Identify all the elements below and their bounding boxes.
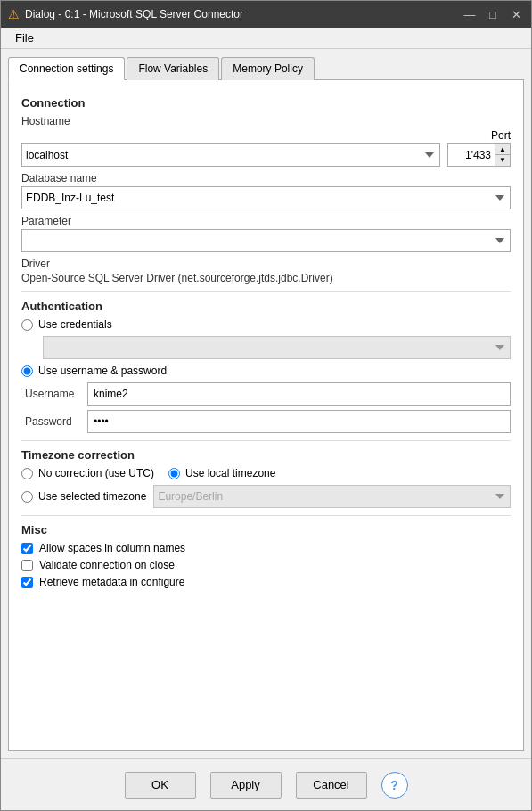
database-select-wrap: EDDB_Inz-Lu_test — [21, 186, 511, 209]
title-text: Dialog - 0:1 - Microsoft SQL Server Conn… — [25, 8, 462, 20]
use-username-password-row: Use username & password — [21, 365, 511, 377]
warning-icon: ⚠ — [8, 7, 20, 21]
use-username-password-label: Use username & password — [38, 365, 167, 377]
password-input[interactable] — [87, 410, 511, 433]
tab-content: Connection Hostname localhost Port — [8, 80, 524, 751]
database-label: Database name — [21, 172, 511, 184]
port-input[interactable] — [448, 144, 495, 166]
connection-section: Connection Hostname localhost Port — [21, 96, 511, 284]
use-local-radio[interactable] — [168, 468, 180, 479]
port-down-button[interactable]: ▼ — [495, 155, 510, 166]
use-selected-timezone-row: Use selected timezone Europe/Berlin — [21, 485, 511, 508]
validate-checkbox[interactable] — [21, 560, 33, 571]
port-input-group: ▲ ▼ — [447, 143, 511, 167]
hostname-select[interactable]: localhost — [21, 143, 440, 167]
authentication-label: Authentication — [21, 299, 511, 313]
tab-flow-variables[interactable]: Flow Variables — [127, 57, 219, 80]
use-credentials-label: Use credentials — [38, 318, 112, 331]
username-input[interactable] — [87, 382, 511, 406]
menu-bar: File — [1, 28, 531, 49]
database-select[interactable]: EDDB_Inz-Lu_test — [21, 186, 511, 209]
port-wrap: Port ▲ ▼ — [447, 129, 511, 167]
help-button[interactable]: ? — [381, 772, 408, 799]
tab-connection-settings[interactable]: Connection settings — [8, 57, 125, 80]
retrieve-metadata-checkbox[interactable] — [21, 577, 33, 588]
validate-row: Validate connection on close — [21, 559, 511, 571]
misc-label: Misc — [21, 523, 511, 537]
timezone-section: Timezone correction No correction (use U… — [21, 448, 511, 508]
port-spinners: ▲ ▼ — [495, 144, 510, 166]
no-correction-label: No correction (use UTC) — [38, 467, 154, 479]
port-up-button[interactable]: ▲ — [495, 144, 510, 155]
file-menu[interactable]: File — [8, 29, 41, 46]
hostname-port-row: localhost Port ▲ ▼ — [21, 129, 511, 167]
authentication-section: Authentication Use credentials Use usern… — [21, 299, 511, 433]
connection-label: Connection — [21, 96, 511, 110]
hostname-wrap: localhost — [21, 143, 440, 167]
use-credentials-row: Use credentials — [21, 318, 511, 331]
timezone-options-row: No correction (use UTC) Use local timezo… — [21, 467, 511, 479]
parameter-select[interactable] — [21, 229, 511, 252]
use-selected-label: Use selected timezone — [38, 490, 146, 503]
username-label: Username — [25, 388, 87, 400]
no-correction-radio[interactable] — [21, 468, 33, 479]
use-local-label: Use local timezone — [185, 467, 275, 479]
username-row: Username — [25, 382, 511, 406]
allow-spaces-label: Allow spaces in column names — [39, 542, 185, 554]
tab-bar: Connection settings Flow Variables Memor… — [8, 56, 524, 80]
window-controls: — □ ✕ — [462, 8, 524, 21]
minimize-button[interactable]: — — [462, 8, 478, 21]
tab-memory-policy[interactable]: Memory Policy — [221, 57, 315, 80]
allow-spaces-row: Allow spaces in column names — [21, 542, 511, 554]
timezone-select[interactable]: Europe/Berlin — [153, 485, 511, 508]
driver-label: Driver — [21, 258, 511, 270]
ok-button[interactable]: OK — [125, 772, 196, 799]
port-label: Port — [491, 129, 511, 142]
title-bar: ⚠ Dialog - 0:1 - Microsoft SQL Server Co… — [1, 1, 531, 28]
bottom-bar: OK Apply Cancel ? — [1, 758, 531, 810]
password-row: Password — [25, 410, 511, 433]
driver-text: Open-Source SQL Server Driver (net.sourc… — [21, 272, 511, 284]
password-label: Password — [25, 415, 87, 428]
retrieve-metadata-row: Retrieve metadata in configure — [21, 576, 511, 588]
use-selected-radio[interactable] — [21, 491, 33, 503]
close-button[interactable]: ✕ — [508, 8, 524, 21]
maximize-button[interactable]: □ — [485, 8, 501, 21]
credentials-select[interactable] — [43, 336, 511, 359]
misc-section: Misc Allow spaces in column names Valida… — [21, 523, 511, 588]
validate-label: Validate connection on close — [39, 559, 175, 571]
cancel-button[interactable]: Cancel — [296, 772, 367, 799]
use-username-password-radio[interactable] — [21, 365, 33, 377]
hostname-label: Hostname — [21, 115, 511, 127]
allow-spaces-checkbox[interactable] — [21, 543, 33, 554]
apply-button[interactable]: Apply — [210, 772, 282, 799]
use-credentials-radio[interactable] — [21, 319, 33, 331]
retrieve-metadata-label: Retrieve metadata in configure — [39, 576, 184, 588]
parameter-select-wrap — [21, 229, 511, 252]
main-window: ⚠ Dialog - 0:1 - Microsoft SQL Server Co… — [0, 0, 532, 811]
credentials-select-wrap — [43, 336, 511, 359]
tabs-container: Connection settings Flow Variables Memor… — [1, 49, 531, 758]
timezone-label: Timezone correction — [21, 448, 511, 462]
user-pass-section: Username Password — [25, 382, 511, 433]
parameter-label: Parameter — [21, 215, 511, 227]
